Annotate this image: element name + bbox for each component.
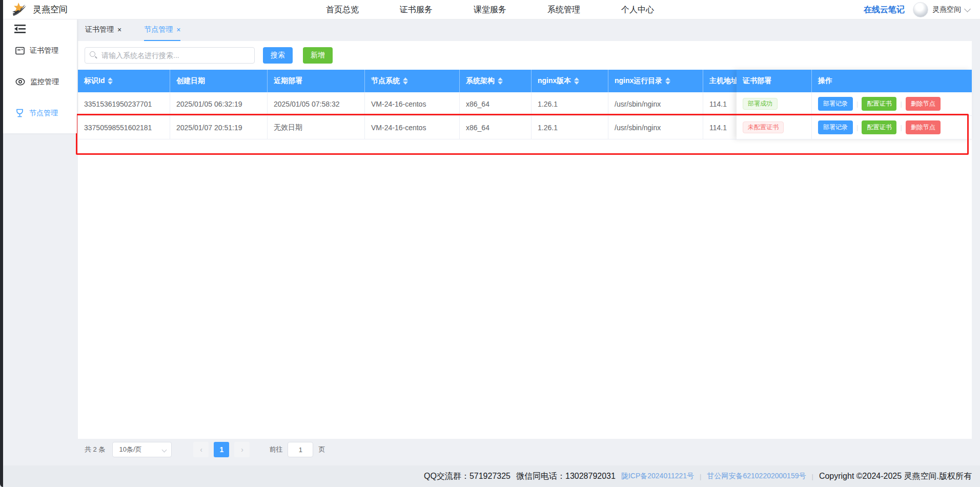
page-size-select[interactable]: 10条/页	[112, 442, 172, 457]
action-divider: |	[900, 124, 902, 131]
footer-gongan-link[interactable]: 甘公网安备62102202000159号	[707, 472, 806, 481]
toolbar: 搜索 新增	[78, 41, 972, 64]
col-header-arch[interactable]: 系统架构	[460, 70, 532, 92]
sidebar-item-cert-manage[interactable]: 证书管理	[3, 35, 77, 66]
action-divider: |	[856, 100, 858, 108]
cloud-notes-link[interactable]: 在线云笔记	[864, 5, 905, 15]
col-header-created: 创建日期	[170, 70, 268, 92]
sidebar-item-label: 证书管理	[30, 46, 58, 55]
logo[interactable]: 灵燕空间	[11, 2, 68, 17]
actions-cell: 部署记录 | 配置证书 | 删除节点	[811, 92, 972, 115]
cell-nginx-version: 1.26.1	[532, 92, 608, 115]
current-page-button[interactable]: 1	[214, 442, 229, 457]
app-title: 灵燕空间	[33, 4, 68, 15]
sidebar-menu: 证书管理 监控管理 节点管理	[3, 35, 77, 129]
close-icon[interactable]: ×	[117, 26, 121, 33]
add-button[interactable]: 新增	[303, 47, 333, 64]
cell-arch: x86_64	[460, 92, 532, 115]
footer-divider: |	[700, 473, 701, 480]
sort-icon[interactable]	[108, 77, 113, 85]
sort-icon[interactable]	[403, 77, 408, 85]
tab-label: 证书管理	[85, 25, 114, 34]
prev-page-button[interactable]: ‹	[193, 442, 209, 457]
sidebar-item-monitor-manage[interactable]: 监控管理	[3, 66, 77, 97]
cell-created: 2025/01/05 06:32:19	[170, 92, 268, 115]
footer-divider: |	[811, 473, 813, 480]
col-header-nginx-dir[interactable]: nginx运行目录	[608, 70, 703, 92]
content-panel: 搜索 新增 标识Id 创建日期 近期部署 节点系统 系统架构 nginx版本 n…	[78, 41, 972, 439]
footer-copyright: Copyright ©2024-2025 灵燕空间.版权所有	[819, 471, 972, 482]
pagination-total: 共 2 条	[85, 445, 105, 454]
search-box	[85, 47, 255, 64]
sort-icon[interactable]	[498, 77, 503, 85]
cell-node-system: VM-24-16-centos	[365, 116, 460, 139]
nav-item-personal-center[interactable]: 个人中心	[621, 5, 654, 15]
status-badge-danger: 未配置证书	[743, 121, 784, 134]
cell-id: 33750598551602181	[78, 116, 170, 139]
col-header-nginx-version[interactable]: nginx版本	[532, 70, 608, 92]
node-goblet-icon	[15, 109, 24, 117]
goto-page-input[interactable]	[288, 442, 313, 457]
sidebar: 证书管理 监控管理 节点管理	[3, 19, 77, 133]
cell-nginx-dir: /usr/sbin/nginx	[608, 116, 703, 139]
nav-item-system-manage[interactable]: 系统管理	[547, 5, 580, 15]
col-header-node-system[interactable]: 节点系统	[365, 70, 460, 92]
nav-item-cert-service[interactable]: 证书服务	[400, 5, 433, 15]
next-page-button[interactable]: ›	[234, 442, 250, 457]
footer-wechat-phone: 微信同电话：13028792031	[516, 471, 616, 482]
tab-node-manage[interactable]: 节点管理 ×	[144, 19, 180, 41]
sidebar-item-label: 监控管理	[30, 77, 59, 87]
delete-node-button[interactable]: 删除节点	[906, 97, 941, 111]
status-badge-success: 部署成功	[743, 98, 778, 110]
goto-unit-label: 页	[318, 445, 325, 454]
tab-cert-manage[interactable]: 证书管理 ×	[85, 19, 121, 41]
deploy-record-button[interactable]: 部署记录	[818, 97, 853, 111]
action-divider: |	[856, 124, 858, 131]
logo-star-icon	[11, 2, 28, 17]
cert-status-cell: 部署成功	[737, 92, 811, 115]
sidebar-item-label: 节点管理	[29, 109, 58, 118]
user-name: 灵燕空间	[932, 5, 961, 14]
cell-id: 33515361950237701	[78, 92, 170, 115]
cell-recent-deploy: 2025/01/05 07:58:32	[268, 92, 365, 115]
chevron-down-icon	[964, 6, 971, 12]
col-header-cert-deploy: 证书部署	[737, 70, 811, 92]
col-header-recent-deploy: 近期部署	[268, 70, 365, 92]
main-nav: 首页总览 证书服务 课堂服务 系统管理 个人中心	[326, 0, 654, 19]
user-menu[interactable]: 灵燕空间	[913, 2, 970, 17]
table-fixed-columns: 证书部署 操作 部署成功 部署记录 | 配置证书 | 删除节点	[737, 70, 972, 139]
window-edge	[0, 0, 3, 487]
cell-recent-deploy: 无效日期	[268, 116, 365, 139]
cert-status-cell: 未配置证书	[737, 116, 811, 139]
footer: QQ交流群：571927325 微信同电话：13028792031 陇ICP备2…	[0, 465, 980, 487]
search-button[interactable]: 搜索	[263, 47, 293, 64]
delete-node-button[interactable]: 删除节点	[906, 120, 941, 134]
avatar[interactable]	[913, 2, 928, 17]
top-header: 灵燕空间 首页总览 证书服务 课堂服务 系统管理 个人中心 在线云笔记 灵燕空间	[0, 0, 980, 19]
pagination: 共 2 条 10条/页 ‹ 1 › 前往 页	[85, 442, 325, 457]
deploy-record-button[interactable]: 部署记录	[818, 120, 853, 134]
fold-icon	[14, 24, 26, 34]
fixed-row: 未配置证书 部署记录 | 配置证书 | 删除节点	[737, 116, 972, 139]
footer-icp-link[interactable]: 陇ICP备2024011221号	[621, 472, 694, 481]
cell-created: 2025/01/07 20:51:19	[170, 116, 268, 139]
close-icon[interactable]: ×	[176, 26, 180, 33]
node-table: 标识Id 创建日期 近期部署 节点系统 系统架构 nginx版本 nginx运行…	[78, 70, 972, 139]
eye-icon	[15, 78, 25, 86]
topbar-right: 在线云笔记 灵燕空间	[864, 0, 970, 19]
action-divider: |	[900, 100, 902, 108]
nav-item-class-service[interactable]: 课堂服务	[474, 5, 506, 15]
config-cert-button[interactable]: 配置证书	[862, 120, 896, 134]
sort-icon[interactable]	[665, 77, 670, 85]
open-tabs-bar: 证书管理 × 节点管理 ×	[78, 19, 180, 41]
col-header-id[interactable]: 标识Id	[78, 70, 170, 92]
sidebar-item-node-manage[interactable]: 节点管理	[3, 97, 77, 129]
nav-item-home[interactable]: 首页总览	[326, 5, 359, 15]
sidebar-fold-button[interactable]	[14, 24, 26, 34]
chevron-down-icon	[162, 448, 167, 453]
search-icon	[90, 51, 95, 57]
tab-label: 节点管理	[144, 25, 173, 34]
search-input[interactable]	[85, 47, 255, 64]
config-cert-button[interactable]: 配置证书	[862, 97, 896, 111]
sort-icon[interactable]	[574, 77, 579, 85]
